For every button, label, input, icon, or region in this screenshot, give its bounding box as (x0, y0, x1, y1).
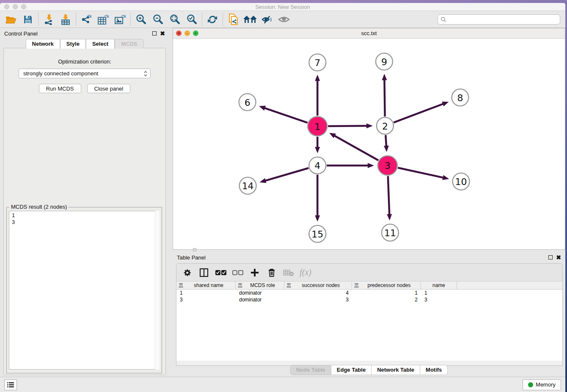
split-view-icon (199, 268, 209, 277)
edge-1-2 (366, 123, 373, 128)
graph-node-label-2: 2 (382, 121, 388, 132)
table-panel-title: Table Panel (177, 254, 206, 261)
content-area: Control Panel ✖ Network Style Select MCD… (0, 28, 565, 377)
column-type-icon (354, 283, 359, 288)
open-folder-icon (6, 15, 17, 24)
toolbar-separator (38, 13, 39, 26)
trash-icon (267, 268, 276, 277)
network-window-titlebar: ✕ − + scc.txt (173, 28, 565, 39)
table-add-column-button[interactable] (248, 266, 261, 279)
network-graph[interactable]: 7968124314101511 (173, 39, 565, 249)
refresh-icon (207, 14, 218, 25)
column-header-successor-nodes[interactable]: successor nodes (284, 282, 352, 289)
open-session-button[interactable] (3, 12, 19, 27)
search-icon (440, 17, 446, 22)
home-layout-button[interactable] (242, 12, 259, 27)
mcds-result-text[interactable]: 1 3 (9, 211, 160, 370)
edge-4-3 (368, 163, 374, 168)
export-table-button[interactable] (95, 12, 112, 27)
memory-button[interactable]: Memory (523, 379, 561, 390)
tab-select[interactable]: Select (86, 39, 115, 49)
optimization-criterion-label: Optimization criterion: (4, 58, 165, 65)
column-type-icon (286, 283, 292, 288)
tab-network-table[interactable]: Network Table (372, 365, 420, 375)
export-table-icon (97, 14, 109, 25)
criterion-selected-value: strongly connected component (23, 70, 143, 77)
main-toolbar (0, 11, 565, 28)
tab-style[interactable]: Style (60, 39, 86, 49)
table-delete-table-button (282, 266, 295, 279)
hide-selected-button[interactable] (259, 12, 275, 27)
edge-2-8 (442, 102, 449, 106)
edge-3-10 (442, 175, 449, 180)
zoom-in-button[interactable] (132, 12, 149, 27)
table-panel-inner: f(x) shared name MCDS role (176, 263, 563, 366)
gear-icon (183, 268, 191, 277)
table-split-view-button[interactable] (198, 266, 210, 279)
toolbar-search (438, 14, 560, 25)
run-mcds-button[interactable]: Run MCDS (39, 84, 81, 93)
table-function-builder-button: f(x) (299, 266, 312, 279)
graph-node-label-7: 7 (314, 58, 320, 68)
save-session-button[interactable] (19, 12, 36, 27)
task-history-button[interactable] (4, 379, 17, 390)
import-table-button[interactable] (57, 12, 74, 27)
eye-slash-icon (261, 14, 273, 25)
search-input[interactable] (438, 14, 560, 25)
status-bar: Memory (0, 377, 565, 392)
edge-4-15 (315, 215, 320, 222)
export-image-button[interactable] (112, 12, 129, 27)
column-header-predecessor-nodes[interactable]: predecessor nodes (352, 282, 421, 289)
tab-network[interactable]: Network (26, 39, 60, 49)
app-window: Session: New Session (0, 3, 565, 392)
window-titlebar: Session: New Session (0, 3, 565, 11)
criterion-select[interactable]: strongly connected component (19, 69, 151, 78)
export-image-icon (114, 14, 126, 25)
network-window-title: scc.txt (173, 30, 565, 36)
graph-node-label-15: 15 (311, 229, 323, 240)
show-all-button[interactable] (275, 12, 292, 27)
toolbar-separator (223, 13, 223, 26)
edge-4-14 (259, 178, 266, 183)
column-header-shared-name[interactable]: shared name (176, 282, 236, 289)
control-panel-close-icon[interactable]: ✖ (160, 31, 165, 36)
graph-node-label-10: 10 (455, 177, 467, 187)
close-panel-button[interactable]: Close panel (87, 84, 131, 93)
control-panel-float-icon[interactable] (152, 31, 157, 36)
result-scrollbar[interactable] (155, 211, 160, 370)
eye-icon (278, 15, 290, 24)
network-window: ✕ − + scc.txt 7968124314101511 (173, 28, 565, 250)
refresh-button[interactable] (204, 12, 221, 27)
control-panel: Control Panel ✖ Network Style Select MCD… (0, 28, 169, 377)
import-network-button[interactable] (40, 12, 57, 27)
tab-edge-table[interactable]: Edge Table (331, 365, 372, 375)
zoom-selected-button[interactable] (183, 12, 200, 27)
clone-network-button[interactable] (225, 12, 242, 27)
table-select-all-button[interactable] (215, 266, 227, 279)
table-deselect-all-button[interactable] (231, 266, 244, 279)
tab-motifs[interactable]: Motifs (420, 365, 448, 375)
select-stepper-icon (143, 70, 148, 77)
fx-icon: f(x) (300, 268, 311, 277)
table-row[interactable]: 1 dominator 4 1 1 (176, 290, 562, 296)
node-table: shared name MCDS role successor nodes (176, 282, 562, 365)
edge-1-7 (315, 75, 320, 81)
graph-node-label-8: 8 (457, 93, 463, 103)
mcds-result-title: MCDS result (2 nodes) (9, 204, 69, 210)
zoom-out-button[interactable] (149, 12, 166, 27)
table-panel-close-icon[interactable]: ✖ (556, 255, 561, 259)
column-header-name[interactable]: name (421, 282, 457, 289)
clone-network-icon (228, 14, 239, 25)
memory-label: Memory (536, 381, 556, 388)
table-row[interactable]: 3 dominator 3 2 3 (176, 296, 562, 303)
column-header-mcds-role[interactable]: MCDS role (236, 282, 284, 289)
export-network-button[interactable] (78, 12, 95, 27)
tab-node-table[interactable]: Node Table (290, 365, 331, 375)
table-delete-column-button[interactable] (265, 266, 278, 279)
splitter-handle[interactable] (193, 248, 196, 251)
table-settings-button[interactable] (181, 266, 193, 279)
window-title: Session: New Session (0, 4, 565, 10)
table-panel-float-icon[interactable] (548, 255, 553, 259)
tab-mcds[interactable]: MCDS (115, 39, 143, 49)
zoom-fit-button[interactable] (166, 12, 183, 27)
